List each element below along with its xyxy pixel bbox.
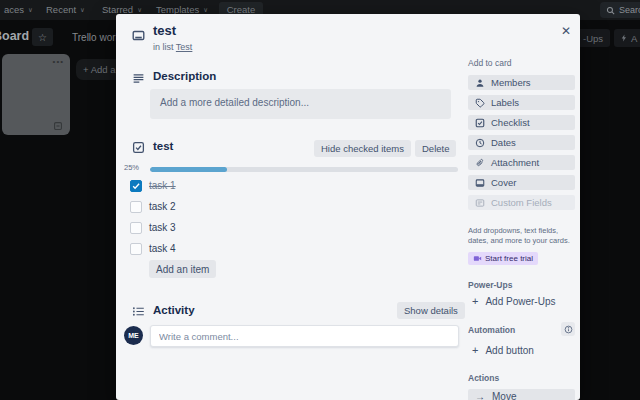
automation-heading: Automation: [468, 325, 515, 335]
checklist-progress-bar: [150, 167, 458, 172]
move-label: Move: [492, 391, 516, 400]
move-card-button[interactable]: → Move: [468, 389, 575, 400]
workspace-name: Trello works: [72, 32, 118, 43]
search-placeholder: Search: [619, 5, 640, 15]
power-ups-heading: Power-Ups: [468, 280, 512, 290]
list-menu-dots-icon[interactable]: •••: [53, 57, 64, 66]
checklist-item-label: task 4: [149, 243, 176, 254]
activity-icon: [132, 305, 145, 318]
nav-recent-label: Recent: [46, 4, 76, 15]
sidebar-checklist-button[interactable]: Checklist: [468, 115, 575, 130]
star-icon: ☆: [38, 32, 47, 43]
lightning-bolt-icon: [620, 33, 628, 43]
sidebar-button-label: Attachment: [491, 157, 539, 168]
checklist-item-row[interactable]: task 4: [116, 241, 461, 257]
info-icon: [564, 325, 573, 334]
description-icon: [132, 72, 145, 85]
board-power-ups-button[interactable]: -Ups: [576, 29, 610, 47]
custom-fields-icon: [475, 198, 485, 208]
search-input[interactable]: Search: [600, 2, 640, 18]
checklist-icon: [475, 118, 485, 128]
add-power-ups-button[interactable]: + Add Power-Ups: [472, 295, 555, 307]
card-icon: [132, 29, 145, 42]
sidebar-members-button[interactable]: Members: [468, 75, 575, 90]
add-button-button[interactable]: + Add button: [472, 344, 534, 356]
template-card-icon[interactable]: [53, 121, 63, 131]
add-power-ups-label: Add Power-Ups: [485, 296, 555, 307]
list-link[interactable]: Test: [176, 42, 193, 52]
checkbox-unchecked[interactable]: [130, 222, 142, 234]
chevron-down-icon: ∨: [137, 6, 142, 14]
nav-recent[interactable]: Recent ∨: [46, 4, 85, 15]
board-title: Board: [0, 29, 29, 43]
chevron-down-icon: ∨: [203, 6, 208, 14]
sidebar-button-label: Labels: [491, 97, 519, 108]
arrow-right-icon: →: [475, 391, 485, 400]
checklist-percent-label: 25%: [124, 163, 139, 172]
checklist-item-row[interactable]: task 3: [116, 220, 461, 236]
checklist-item-row[interactable]: task 1: [116, 178, 461, 194]
checkbox-unchecked[interactable]: [130, 201, 142, 213]
nav-workspaces[interactable]: aces ∨: [4, 4, 33, 15]
sidebar-dates-button[interactable]: Dates: [468, 135, 575, 150]
checklist-item-label: task 3: [149, 222, 176, 233]
comment-input[interactable]: [150, 325, 459, 347]
hide-checked-items-button[interactable]: Hide checked items: [314, 140, 411, 157]
search-icon: [606, 6, 615, 15]
custom-fields-upsell-text: Add dropdowns, text fields, dates, and m…: [468, 226, 575, 246]
sidebar-button-label: Cover: [491, 177, 516, 188]
card-detail-modal: ✕ test in list Test Description Add a mo…: [116, 14, 580, 400]
card-title[interactable]: test: [153, 23, 176, 38]
clock-icon: [475, 138, 485, 148]
checkbox-unchecked[interactable]: [130, 243, 142, 255]
checklist-item-label: task 1: [149, 180, 176, 191]
label-tag-icon: [475, 98, 485, 108]
video-camera-icon: [473, 254, 482, 263]
description-placeholder-box[interactable]: Add a more detailed description...: [150, 89, 451, 119]
board-list-card[interactable]: •••: [2, 54, 70, 135]
add-checklist-item-button[interactable]: Add an item: [149, 260, 216, 278]
sidebar-button-label: Members: [491, 77, 531, 88]
board-automation-label: A: [631, 33, 637, 44]
start-free-trial-label: Start free trial: [485, 254, 533, 263]
description-heading: Description: [153, 70, 216, 82]
add-button-label: Add button: [485, 345, 533, 356]
checklist-item-row[interactable]: task 2: [116, 199, 461, 215]
attachment-paperclip-icon: [475, 158, 485, 168]
sidebar-attachment-button[interactable]: Attachment: [468, 155, 575, 170]
sidebar-button-label: Dates: [491, 137, 516, 148]
checklist-heading: test: [153, 140, 173, 152]
start-free-trial-button[interactable]: Start free trial: [468, 252, 538, 265]
board-automation-button[interactable]: A: [614, 29, 640, 47]
checkbox-checked[interactable]: [130, 180, 142, 192]
card-sidebar: Add to card Members Labels: [468, 14, 575, 400]
show-details-button[interactable]: Show details: [397, 302, 465, 319]
checklist-icon: [132, 141, 145, 154]
member-icon: [475, 78, 485, 88]
delete-checklist-button[interactable]: Delete: [415, 140, 456, 157]
plus-icon: +: [472, 344, 478, 356]
chevron-down-icon: ∨: [80, 6, 85, 14]
plus-icon: +: [472, 295, 478, 307]
chevron-down-icon: ∨: [28, 6, 33, 14]
card-subtitle: in list Test: [153, 42, 192, 52]
cover-icon: [475, 178, 485, 188]
screen: aces ∨ Recent ∨ Starred ∨ Templates ∨ Cr…: [0, 0, 640, 400]
add-to-card-label: Add to card: [468, 58, 511, 68]
sidebar-button-label: Custom Fields: [491, 197, 552, 208]
checklist-item-label: task 2: [149, 201, 176, 212]
sidebar-cover-button[interactable]: Cover: [468, 175, 575, 190]
sidebar-button-label: Checklist: [491, 117, 530, 128]
in-list-prefix: in list: [153, 42, 174, 52]
check-icon: [131, 181, 141, 191]
activity-heading: Activity: [153, 304, 195, 316]
automation-info-button[interactable]: [561, 322, 575, 336]
sidebar-custom-fields-button[interactable]: Custom Fields: [468, 195, 575, 210]
actions-heading: Actions: [468, 373, 499, 383]
sidebar-labels-button[interactable]: Labels: [468, 95, 575, 110]
checklist-progress-fill: [150, 167, 227, 172]
nav-workspaces-label: aces: [4, 4, 24, 15]
avatar[interactable]: ME: [124, 326, 143, 345]
star-board-button[interactable]: ☆: [32, 28, 53, 46]
